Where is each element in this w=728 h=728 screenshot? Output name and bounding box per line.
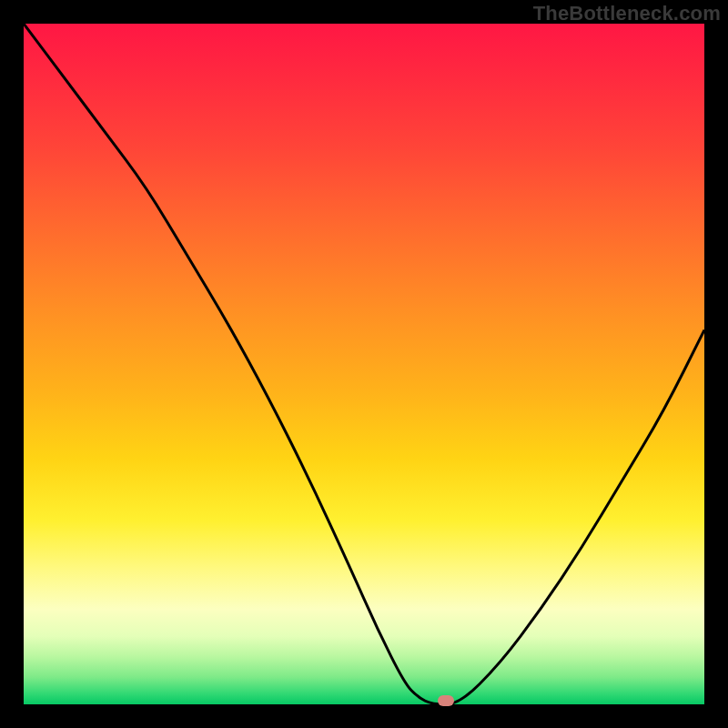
curve-path xyxy=(24,24,704,704)
plot-area xyxy=(24,24,704,704)
optimal-point-marker xyxy=(438,695,454,706)
watermark-text: TheBottleneck.com xyxy=(533,2,721,25)
chart-frame: TheBottleneck.com xyxy=(0,0,728,728)
bottleneck-curve xyxy=(24,24,704,704)
